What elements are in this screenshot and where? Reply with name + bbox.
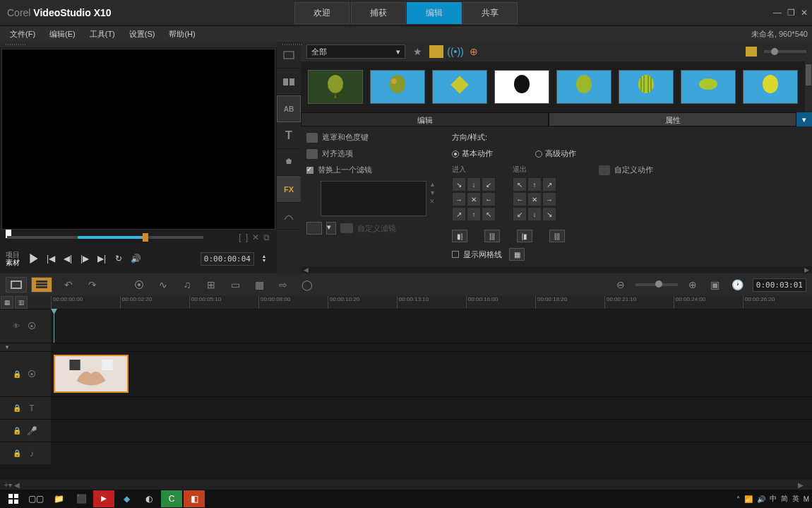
fit-button[interactable]: ▣ [707,277,723,293]
proptab-edit[interactable]: 编辑 [301,112,549,126]
add-track-button[interactable]: +▾ [4,481,14,489]
tab-capture[interactable]: 捕获 [351,2,406,24]
thumbnail-size-slider[interactable] [764,50,806,53]
style-bar-out-2[interactable]: ||| [549,230,565,242]
menu-settings[interactable]: 设置(S) [124,28,161,41]
timeline-mode-button[interactable] [31,277,52,293]
library-thumbnail[interactable] [556,70,611,104]
dir-ne[interactable]: ↗ [542,177,556,191]
folder-icon[interactable] [429,45,443,58]
library-thumbnail[interactable] [370,70,425,104]
mode-clip[interactable]: 素材 [6,259,20,266]
hscroll-right[interactable]: ▶ [804,266,809,275]
track-head-voice[interactable]: 🔒🎤 [0,420,51,442]
mark-out-button[interactable]: ] [246,232,248,242]
timeline-playhead[interactable] [54,309,54,343]
clock-icon[interactable]: 🕐 [730,277,746,293]
split-button[interactable]: ✕ [252,232,259,242]
menu-tools[interactable]: 工具(T) [84,28,121,41]
ime-2[interactable]: 简 [781,494,788,504]
filter-preset-dropdown[interactable]: ▾ [326,222,336,235]
track-head-video[interactable]: 👁 ⦿ [0,309,51,343]
frame-back-button[interactable]: ◀| [61,252,75,266]
style-bar-out-1[interactable]: |▮ [517,230,532,242]
audio-tool[interactable]: ∿ [155,277,171,293]
sidetab-path[interactable] [277,203,301,230]
prop-align[interactable]: 对齐选项 [306,148,441,159]
mode-project[interactable]: 项目 [6,251,20,259]
hscroll-left[interactable]: ◀ [304,266,309,275]
snapshot-button[interactable]: ⧉ [263,232,270,242]
dir-nw[interactable]: ↖ [513,177,527,191]
videostudio-taskbar-icon[interactable] [93,490,114,507]
radio-basic[interactable]: 基本动作 [452,148,493,159]
tray-arrow-icon[interactable]: ˄ [736,495,740,503]
tracking-tool[interactable]: ◯ [299,277,315,293]
dir-n[interactable]: ↓ [467,177,481,191]
timeline-clip[interactable] [54,355,129,393]
timeline-ruler[interactable]: 00:00:00:00 00:00:02:20 00:00:05:10 00:0… [51,296,812,309]
show-gridlines[interactable]: 显示网格线 ▦ [452,248,806,261]
category-dropdown[interactable]: 全部 ▾ [306,45,405,59]
dir-s[interactable]: ↓ [527,207,542,221]
dir-se[interactable]: ↘ [542,207,556,221]
dir-se[interactable]: ↖ [482,207,496,221]
lock-icon[interactable]: 🔒 [13,404,21,413]
lock-icon[interactable]: 🔒 [13,427,21,435]
timecode-stepper[interactable]: ▲▼ [257,252,271,266]
overlay-track[interactable] [51,352,812,396]
go-start-button[interactable]: |◀ [44,252,58,266]
globe-icon[interactable]: ⊕ [467,45,480,58]
dir-w[interactable]: → [452,192,466,206]
track-head-overlay[interactable]: 🔒 ⦿ [0,352,51,396]
menu-help[interactable]: 帮助(H) [163,28,201,41]
loop-button[interactable]: ↻ [112,252,126,266]
app-icon-3[interactable]: ◆ [116,490,137,507]
library-thumbnail[interactable] [308,70,363,104]
dir-nw[interactable]: ↘ [452,177,466,191]
ime-1[interactable]: 中 [770,494,777,504]
storyboard-mode-button[interactable] [6,277,27,293]
zoom-in-button[interactable]: ⊕ [685,277,700,293]
video-track[interactable] [51,309,812,343]
minimize-button[interactable]: — [773,8,782,18]
undo-button[interactable]: ↶ [61,277,76,293]
app-icon-1[interactable]: ⬛ [71,490,92,507]
library-scrollbar[interactable] [805,61,812,112]
auto-music-tool[interactable]: ♫ [179,277,195,293]
music-track[interactable] [51,442,812,464]
favorite-icon[interactable]: ★ [411,45,424,58]
filter-up-button[interactable]: ▲ [429,181,436,188]
record-button[interactable]: ⦿ [131,277,147,293]
menu-file[interactable]: 文件(F) [4,28,41,41]
volume-button[interactable]: 🔊 [129,252,143,266]
tab-edit[interactable]: 编辑 [407,2,462,24]
volume-tray-icon[interactable]: 🔊 [757,495,765,503]
gridlines-settings-icon[interactable]: ▦ [509,248,525,261]
track-head-music[interactable]: 🔒♪ [0,442,51,464]
zoom-out-button[interactable]: ⊖ [613,277,628,293]
style-bar-in-2[interactable]: ||| [484,230,500,242]
redo-button[interactable]: ↷ [85,277,100,293]
app-icon-6[interactable]: ◧ [184,490,205,507]
ime-4[interactable]: M [804,495,809,503]
dir-center[interactable]: ✕ [467,192,481,206]
library-thumbnail[interactable] [432,70,487,104]
chapter-tool[interactable]: ▭ [227,277,243,293]
replace-filter-checkbox[interactable] [306,167,314,174]
track-head-title[interactable]: 🔒T [0,397,51,419]
go-end-button[interactable]: ▶| [95,252,109,266]
expand-icon[interactable]: ▼ [4,344,10,350]
dir-w[interactable]: ← [513,192,527,206]
start-button[interactable] [3,490,24,507]
dir-s[interactable]: ↑ [467,207,481,221]
preview-timecode[interactable]: 0:00:00:04 [201,252,254,266]
task-view-button[interactable]: ▢▢ [25,490,47,507]
track-manager-tool[interactable]: ⊞ [203,277,219,293]
prop-replace-filter[interactable]: 替换上一个滤镜 [306,165,441,175]
play-button[interactable] [27,252,41,266]
style-bar-in-1[interactable]: ▮| [452,230,467,242]
motion-tool[interactable]: ⇨ [275,277,291,293]
restore-button[interactable]: ❐ [787,8,795,18]
explorer-icon[interactable]: 📁 [48,490,69,507]
